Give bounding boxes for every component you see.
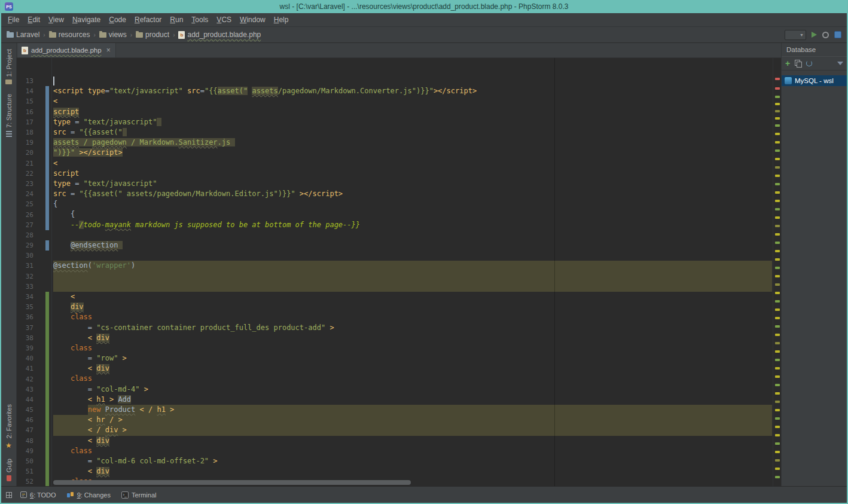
stripe-mark[interactable] [775,149,780,152]
toolwindow-button-1-project[interactable]: 1: Project [5,49,13,84]
copy-icon[interactable] [795,60,801,67]
menu-item-tools[interactable]: Tools [187,14,212,25]
editor-line-36[interactable]: 36 class [17,312,781,322]
editor-line-38[interactable]: 38 < div [17,333,781,343]
editor-line-51[interactable]: 51 < div [17,466,781,476]
editor-line-34[interactable]: 34 < [17,292,781,302]
editor-line-46[interactable]: 46 < hr / > [17,415,781,425]
error-stripe[interactable] [773,58,781,486]
stripe-mark[interactable] [775,96,780,98]
title-bar[interactable]: PS wsl - [C:\var\Laravel] - ...\resource… [1,0,847,13]
breadcrumb-item-add-product-blade-php[interactable]: badd_product.blade.php [176,30,263,39]
breadcrumb-item-laravel[interactable]: Laravel [5,30,41,39]
stripe-mark[interactable] [775,250,780,252]
status-item-9-changes[interactable]: 9: Changes [65,490,113,500]
stripe-mark[interactable] [775,175,780,177]
stripe-mark[interactable] [775,133,780,135]
stripe-mark[interactable] [775,191,780,194]
stripe-mark[interactable] [775,225,780,227]
editor-line-18[interactable]: 18src = "{{asset(" [17,127,781,138]
editor-line-27[interactable]: 27 --/todo-mayank markdown js supposed t… [17,220,781,230]
stripe-mark[interactable] [775,468,780,470]
run-button[interactable] [812,32,817,38]
menu-item-view[interactable]: View [44,14,68,25]
stripe-mark[interactable] [775,442,780,445]
stripe-mark[interactable] [775,317,780,319]
breadcrumb-item-views[interactable]: views [97,30,129,39]
editor-line-42[interactable]: 42 class [17,374,781,384]
menu-item-vcs[interactable]: VCS [212,14,236,25]
editor-line-29[interactable]: 29 @endsection [17,240,781,251]
toolwindow-button-2-favorites[interactable]: 2: Favorites★ [5,404,13,448]
stripe-mark[interactable] [775,334,780,336]
stripe-mark[interactable] [775,110,780,112]
stripe-mark[interactable] [775,426,780,428]
toolwindow-button-gulp[interactable]: Gulp [5,459,13,481]
editor-line-43[interactable]: 43 = "col-md-4" > [17,384,781,395]
editor-line-39[interactable]: 39 class [17,343,781,353]
editor-line-47[interactable]: 47 < / div > [17,425,781,435]
add-icon[interactable]: + [785,59,790,68]
editor[interactable]: 1314<script type="text/javascript" src="… [17,58,781,486]
filter-icon[interactable] [837,62,843,65]
stripe-mark[interactable] [775,476,780,478]
menu-item-code[interactable]: Code [105,14,130,25]
stripe-mark[interactable] [775,308,780,311]
menu-item-window[interactable]: Window [236,14,270,25]
stripe-mark[interactable] [775,242,780,244]
menu-item-run[interactable]: Run [166,14,187,25]
stripe-mark[interactable] [775,367,780,369]
editor-line-22[interactable]: 22script [17,169,781,179]
stripe-mark[interactable] [775,300,780,303]
editor-line-37[interactable]: 37 = "cs-container container product_ful… [17,323,781,333]
tab-add-product-blade-php[interactable]: b add_product.blade.php × [18,43,116,57]
editor-line-33[interactable]: 33 [17,282,781,292]
editor-line-13[interactable]: 13 [17,76,781,86]
editor-line-16[interactable]: 16script [17,107,781,117]
editor-line-26[interactable]: 26 { [17,209,781,219]
breadcrumb-item-product[interactable]: product [134,30,171,39]
stripe-mark[interactable] [775,325,780,328]
status-item-6-todo[interactable]: 6: TODO [18,490,59,500]
status-item-terminal[interactable]: Terminal [119,490,159,500]
stripe-mark[interactable] [775,342,780,344]
stripe-mark[interactable] [775,166,780,169]
stripe-mark[interactable] [775,459,780,462]
editor-line-31[interactable]: 31@section('wrapper') [17,261,781,271]
editor-line-32[interactable]: 32 [17,271,781,282]
stripe-mark[interactable] [775,417,780,420]
stripe-mark[interactable] [775,124,780,127]
settings-icon[interactable] [822,32,829,38]
editor-line-44[interactable]: 44 < h1 > Add [17,395,781,405]
run-configuration-dropdown[interactable]: ▼ [785,30,806,40]
toolwindow-grid-icon[interactable] [6,492,12,498]
stripe-mark[interactable] [775,292,780,294]
db-item-mysql-wsl[interactable]: MySQL - wsl [782,75,847,86]
editor-line-41[interactable]: 41 < div [17,364,781,374]
editor-line-20[interactable]: 20")}}" ></script> [17,148,781,158]
editor-line-25[interactable]: 25{ [17,199,781,209]
stripe-mark[interactable] [775,87,780,90]
editor-line-35[interactable]: 35 div [17,302,781,312]
stripe-mark[interactable] [775,258,780,261]
menu-item-refactor[interactable]: Refactor [130,14,166,25]
editor-line-40[interactable]: 40 = "row" > [17,353,781,364]
editor-line-48[interactable]: 48 < div [17,436,781,446]
toolwindow-button-7-structure[interactable]: 7: Structure [5,94,13,137]
editor-line-15[interactable]: 15< [17,96,781,106]
stripe-mark[interactable] [775,78,780,80]
editor-line-19[interactable]: 19assets / pagedown / Markdown.Sanitizer… [17,138,781,148]
editor-line-23[interactable]: 23type = "text/javascript" [17,179,781,189]
stripe-mark[interactable] [775,350,780,353]
editor-line-28[interactable]: 28 [17,230,781,240]
stripe-mark[interactable] [775,103,780,105]
editor-line-24[interactable]: 24src = "{{asset(" assets/pagedown/Markd… [17,189,781,199]
stripe-mark[interactable] [775,384,780,386]
stripe-mark[interactable] [775,117,780,120]
stripe-mark[interactable] [775,216,780,219]
stripe-mark[interactable] [775,200,780,202]
stripe-mark[interactable] [775,183,780,185]
stripe-mark[interactable] [775,267,780,269]
stripe-mark[interactable] [775,401,780,403]
menu-item-navigate[interactable]: Navigate [68,14,105,25]
